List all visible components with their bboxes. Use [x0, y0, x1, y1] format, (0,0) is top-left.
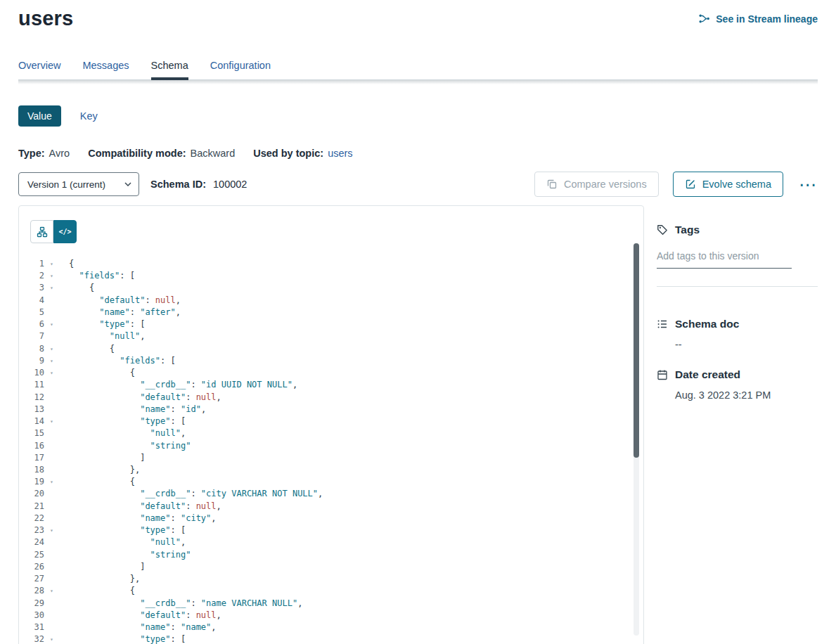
- scrollbar-thumb[interactable]: [634, 243, 639, 458]
- type-label: Type:: [18, 148, 45, 159]
- fold-toggle-icon[interactable]: ▾: [44, 633, 54, 644]
- code-line: 13 "name": "id",: [19, 404, 643, 416]
- value-key-toggle: Value Key: [18, 105, 818, 127]
- fold-toggle-icon[interactable]: ▾: [44, 343, 54, 355]
- key-toggle-link[interactable]: Key: [80, 110, 98, 122]
- fold-toggle-icon[interactable]: ▾: [44, 524, 54, 536]
- fold-spacer: [44, 404, 54, 416]
- tab-overview[interactable]: Overview: [18, 60, 60, 79]
- line-number: 27: [19, 573, 44, 585]
- code-text: "name": "id",: [69, 404, 206, 416]
- code-line: 2▾ "fields": [: [19, 270, 643, 282]
- line-number: 28: [19, 585, 44, 597]
- code-text: "null",: [69, 330, 145, 342]
- schema-page: users See in Stream lineage Overview Mes…: [0, 0, 836, 644]
- code-text: "string": [69, 549, 191, 561]
- code-line: 7 "null",: [19, 330, 643, 342]
- fold-toggle-icon[interactable]: ▾: [44, 355, 54, 367]
- code-text: "default": null,: [69, 501, 221, 513]
- version-select[interactable]: Version 1 (current): [18, 172, 139, 196]
- list-icon: [657, 318, 668, 330]
- line-number: 25: [19, 549, 44, 561]
- topic-link[interactable]: users: [328, 148, 352, 159]
- value-toggle-button[interactable]: Value: [18, 105, 61, 127]
- tab-schema[interactable]: Schema: [151, 60, 188, 79]
- fold-toggle-icon[interactable]: ▾: [44, 367, 54, 379]
- editor-scrollbar[interactable]: [634, 243, 639, 636]
- tab-configuration[interactable]: Configuration: [210, 60, 271, 79]
- fold-toggle-icon[interactable]: ▾: [44, 282, 54, 294]
- code-text: "type": [: [69, 318, 145, 330]
- date-created-value: Aug. 3 2022 3:21 PM: [675, 389, 818, 401]
- code-text: "name": "after",: [69, 307, 181, 318]
- code-line: 24 "null",: [19, 536, 643, 548]
- code-lines: 1▾{2▾ "fields": [3▾ {4 "default": null,5…: [19, 258, 643, 644]
- tree-view-button[interactable]: [30, 220, 53, 243]
- tag-icon: [657, 224, 668, 236]
- code-line: 19▾ {: [19, 476, 643, 488]
- code-line: 21 "default": null,: [19, 501, 643, 513]
- line-number: 26: [19, 561, 44, 573]
- code-line: 18 },: [19, 464, 643, 476]
- line-number: 9: [19, 355, 44, 367]
- schema-meta-row: Type: Avro Compatibility mode: Backward …: [18, 148, 818, 159]
- more-options-button[interactable]: ⋯: [797, 179, 818, 189]
- tab-messages[interactable]: Messages: [82, 60, 129, 79]
- evolve-schema-button[interactable]: Evolve schema: [673, 172, 783, 197]
- tags-section: Tags: [657, 224, 818, 287]
- fold-spacer: [44, 427, 54, 439]
- code-line: 22 "name": "city",: [19, 513, 643, 524]
- code-text: {: [69, 343, 115, 355]
- fold-toggle-icon[interactable]: ▾: [44, 585, 54, 597]
- line-number: 31: [19, 622, 44, 633]
- stream-lineage-label: See in Stream lineage: [716, 13, 818, 25]
- tab-bar: Overview Messages Schema Configuration: [18, 60, 818, 80]
- line-number: 1: [19, 258, 44, 270]
- fold-spacer: [44, 598, 54, 610]
- line-number: 23: [19, 524, 44, 536]
- code-line: 28▾ {: [19, 585, 643, 597]
- schema-id: Schema ID: 100002: [150, 179, 247, 190]
- code-text: "name": "city",: [69, 513, 217, 524]
- code-text: "__crdb__": "id UUID NOT NULL",: [69, 379, 297, 391]
- fold-spacer: [44, 440, 54, 452]
- fold-toggle-icon[interactable]: ▾: [44, 318, 54, 330]
- fold-toggle-icon[interactable]: ▾: [44, 476, 54, 488]
- fold-spacer: [44, 622, 54, 633]
- schema-id-value: 100002: [213, 179, 247, 190]
- page-title: users: [18, 7, 73, 30]
- date-created-header: Date created: [657, 368, 818, 381]
- fold-spacer: [44, 561, 54, 573]
- schema-doc-section: Schema doc --: [657, 318, 818, 350]
- code-text: {: [69, 585, 135, 597]
- stream-lineage-link[interactable]: See in Stream lineage: [698, 13, 818, 25]
- schema-doc-title: Schema doc: [675, 318, 739, 330]
- evolve-schema-label: Evolve schema: [702, 179, 771, 190]
- fold-spacer: [44, 488, 54, 500]
- fold-spacer: [44, 379, 54, 391]
- schema-content: </> 1▾{2▾ "fields": [3▾ {4 "default": nu…: [18, 205, 818, 644]
- fold-toggle-icon[interactable]: ▾: [44, 416, 54, 427]
- fold-spacer: [44, 307, 54, 318]
- code-text: "type": [: [69, 524, 186, 536]
- compare-versions-label: Compare versions: [564, 179, 647, 190]
- type-value: Avro: [49, 148, 70, 159]
- compare-versions-icon: [546, 179, 558, 190]
- code-text: ]: [69, 452, 145, 464]
- code-text: "type": [: [69, 416, 186, 427]
- line-number: 11: [19, 379, 44, 391]
- chevron-down-icon: [124, 182, 131, 186]
- code-view-button[interactable]: </>: [53, 220, 77, 243]
- fold-toggle-icon[interactable]: ▾: [44, 258, 54, 270]
- line-number: 22: [19, 513, 44, 524]
- code-text: {: [69, 258, 74, 270]
- schema-actions: Compare versions Evolve schema ⋯: [534, 172, 818, 197]
- fold-toggle-icon[interactable]: ▾: [44, 270, 54, 282]
- compare-versions-button[interactable]: Compare versions: [534, 172, 659, 197]
- line-number: 2: [19, 270, 44, 282]
- code-line: 32▾ "type": [: [19, 633, 643, 644]
- tags-input[interactable]: [657, 249, 792, 269]
- code-text: "type": [: [69, 633, 186, 644]
- code-line: 27 },: [19, 573, 643, 585]
- line-number: 6: [19, 318, 44, 330]
